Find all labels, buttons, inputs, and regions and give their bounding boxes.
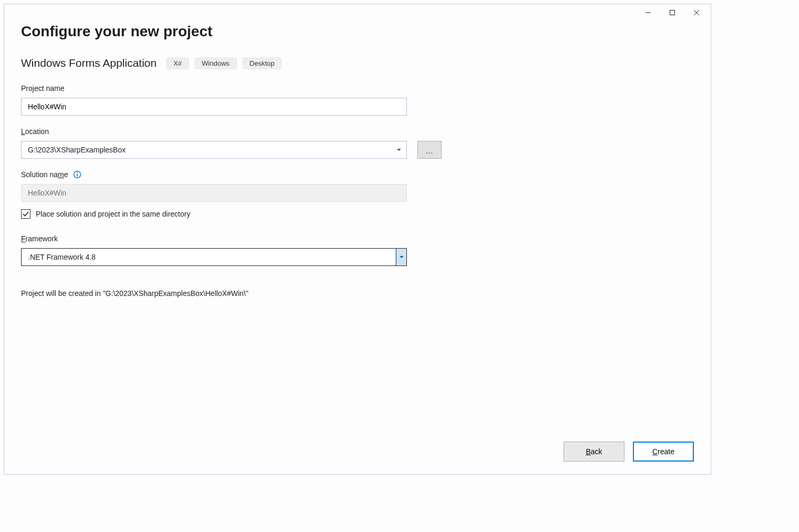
chevron-down-icon	[400, 256, 404, 258]
solution-name-field: Solution name	[21, 170, 694, 202]
solution-name-input	[21, 184, 407, 202]
framework-dropdown-button[interactable]	[396, 249, 406, 265]
maximize-icon	[670, 10, 675, 15]
browse-button[interactable]: ...	[417, 141, 442, 159]
close-button[interactable]	[684, 5, 709, 21]
title-bar	[4, 4, 711, 21]
check-icon	[23, 211, 29, 217]
svg-rect-1	[670, 11, 675, 15]
tag-xsharp: X#	[166, 57, 189, 69]
project-name-field: Project name	[21, 84, 694, 116]
chevron-down-icon	[397, 149, 401, 151]
page-title: Configure your new project	[21, 23, 694, 40]
svg-point-6	[77, 172, 78, 173]
dialog-window: Configure your new project Windows Forms…	[4, 4, 711, 475]
location-field: Location G:\2023\XSharpExamplesBox ...	[21, 127, 694, 159]
template-tags: X# Windows Desktop	[166, 57, 282, 69]
solution-name-label: Solution name	[21, 170, 694, 179]
info-icon[interactable]	[73, 170, 81, 179]
maximize-button[interactable]	[660, 5, 684, 21]
status-text: Project will be created in "G:\2023\XSha…	[21, 289, 694, 298]
close-icon	[694, 10, 699, 15]
same-directory-row: Place solution and project in the same d…	[21, 209, 694, 219]
same-directory-label: Place solution and project in the same d…	[36, 210, 190, 218]
tag-desktop: Desktop	[242, 57, 282, 69]
project-name-label: Project name	[21, 84, 694, 93]
dialog-content: Configure your new project Windows Forms…	[4, 21, 711, 474]
location-value: G:\2023\XSharpExamplesBox	[28, 146, 126, 154]
minimize-button[interactable]	[636, 5, 660, 21]
framework-value: .NET Framework 4.8	[22, 249, 396, 265]
location-combo[interactable]: G:\2023\XSharpExamplesBox	[21, 141, 407, 159]
footer-buttons: Back Create	[564, 442, 694, 462]
tag-windows: Windows	[194, 57, 237, 69]
project-name-input[interactable]	[21, 98, 407, 116]
framework-label: Framework	[21, 234, 694, 243]
template-info-row: Windows Forms Application X# Windows Des…	[21, 57, 694, 69]
framework-combo[interactable]: .NET Framework 4.8	[21, 248, 407, 266]
location-label: Location	[21, 127, 694, 136]
create-button[interactable]: Create	[633, 442, 694, 462]
framework-field: Framework .NET Framework 4.8	[21, 234, 694, 266]
same-directory-checkbox[interactable]	[21, 209, 30, 219]
minimize-icon	[646, 10, 651, 15]
back-button[interactable]: Back	[564, 442, 624, 462]
svg-rect-5	[77, 174, 78, 177]
template-name: Windows Forms Application	[21, 57, 157, 69]
